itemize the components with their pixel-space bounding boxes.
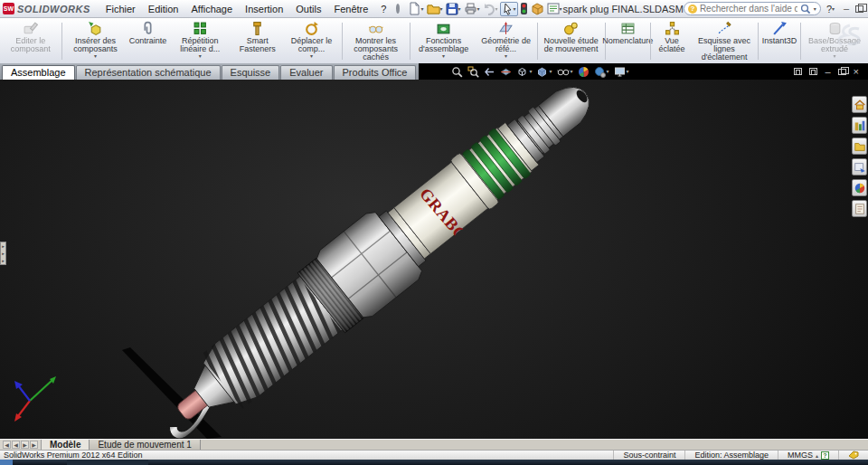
new-document-button[interactable]: ▾ (407, 2, 424, 16)
tags-button[interactable] (838, 451, 868, 460)
caret-down-icon[interactable]: ▾ (420, 6, 423, 12)
caret-down-icon[interactable]: ▾ (458, 6, 461, 12)
caret-down-icon[interactable]: ▾ (549, 69, 552, 74)
edit-component-button[interactable]: Editer le composant (1, 19, 61, 63)
menu-fichier[interactable]: Fichier (99, 2, 142, 16)
caret-down-icon[interactable]: ▾ (529, 69, 532, 74)
tab-evaluer[interactable]: Evaluer (280, 65, 332, 80)
caret-down-icon[interactable]: ▾ (571, 69, 573, 74)
caret-down-icon[interactable]: ▾ (627, 69, 629, 74)
prev-tab-button[interactable]: ◀ (12, 441, 20, 449)
caret-up-icon[interactable]: ▴ (816, 452, 818, 459)
taskbar-item-edge (67, 460, 148, 465)
select-tool-button[interactable]: ▾ (500, 2, 518, 16)
mate-button[interactable]: Contrainte (128, 19, 168, 63)
cascade-window-icon[interactable] (809, 68, 817, 75)
caret-down-icon[interactable]: ▾ (814, 6, 816, 12)
apply-scene-button[interactable]: ▾ (594, 66, 609, 78)
next-tab-button[interactable]: ▶ (21, 441, 29, 449)
doc-close-button[interactable]: × (854, 67, 859, 76)
splitter-arrow-icon[interactable]: ▸ (2, 259, 5, 263)
help-menu[interactable]: ? ▾ (826, 4, 835, 14)
menu-affichage[interactable]: Affichage (184, 2, 239, 16)
open-button[interactable]: ▾ (426, 2, 444, 16)
previous-view-button[interactable] (484, 66, 495, 78)
search-input[interactable] (700, 4, 797, 14)
appearances-scenes-button[interactable] (852, 179, 867, 196)
instant3d-button[interactable]: Instant3D (760, 19, 799, 63)
tab-esquisse[interactable]: Esquisse (222, 65, 280, 80)
units-selector[interactable]: MMGS ▴ ? (778, 451, 838, 460)
design-library-button[interactable] (852, 117, 867, 134)
save-button[interactable]: ▾ (445, 2, 462, 16)
smart-fasteners-button[interactable]: Smart Fasteners (232, 19, 283, 63)
graphics-viewport[interactable]: GRABCAD (0, 80, 868, 439)
move-component-button[interactable]: Déplacer le comp... ▾ (283, 19, 341, 63)
tab-produits-office[interactable]: Produits Office (334, 65, 417, 80)
rebuild-button[interactable] (519, 2, 529, 16)
exploded-view-button[interactable]: Vue éclatée (652, 19, 692, 63)
edition-label: SolidWorks Premium 2012 x64 Edition (0, 451, 613, 460)
show-hidden-components-button[interactable]: Montrer les composants cachés (344, 19, 409, 63)
search-commands-icon[interactable] (396, 4, 400, 14)
insert-components-button[interactable]: Insérer des composants ▾ (63, 19, 128, 63)
apply-scene-icon (594, 66, 606, 78)
file-explorer-button[interactable] (852, 138, 867, 155)
reference-geometry-button[interactable]: Géométrie de réfé... ▾ (476, 19, 536, 63)
tab-representation-schematique[interactable]: Représentation schématique (76, 65, 221, 80)
minimize-button[interactable]: – (844, 4, 849, 14)
zoom-to-area-button[interactable] (467, 66, 479, 78)
menu-insertion[interactable]: Insertion (239, 2, 289, 16)
splitter-arrow-icon[interactable]: ▸ (2, 251, 5, 256)
menu-outils[interactable]: Outils (289, 2, 327, 16)
section-view-button[interactable] (500, 66, 512, 78)
view-orientation-button[interactable]: ▾ (516, 66, 532, 78)
last-tab-button[interactable]: ▶ (30, 441, 38, 449)
caret-down-icon[interactable]: ▾ (199, 53, 202, 59)
search-icon[interactable] (800, 4, 811, 14)
menu-fenetre[interactable]: Fenêtre (327, 2, 374, 16)
doc-restore-button[interactable] (838, 69, 846, 75)
explode-line-sketch-button[interactable]: Esquisse avec lignes d'éclatement (692, 19, 757, 63)
first-tab-button[interactable]: ◀ (3, 441, 11, 449)
doc-minimize-button[interactable]: – (825, 67, 830, 76)
options-button[interactable]: ▾ (546, 2, 563, 16)
display-style-button[interactable]: ▾ (536, 66, 552, 78)
bill-of-materials-button[interactable]: Nomenclature (607, 19, 649, 63)
print-button[interactable]: ▾ (463, 2, 481, 16)
caret-down-icon[interactable]: ▾ (495, 6, 498, 12)
caret-down-icon[interactable]: ▾ (477, 6, 480, 12)
caret-down-icon[interactable]: ▾ (560, 6, 562, 12)
restore-button[interactable] (855, 5, 863, 13)
caret-down-icon[interactable]: ▾ (832, 6, 835, 12)
caret-down-icon[interactable]: ▾ (442, 53, 445, 59)
menu-edition[interactable]: Edition (142, 2, 185, 16)
help-search-box[interactable]: ? ▾ (684, 2, 821, 15)
solidworks-resources-button[interactable] (852, 96, 867, 113)
hide-show-items-button[interactable]: ▾ (557, 66, 573, 78)
tab-etude-mouvement[interactable]: Etude de mouvement 1 (90, 440, 200, 450)
feature-tree-splitter[interactable]: ▸ ▸ ▸ (0, 242, 6, 265)
splitter-arrow-icon[interactable]: ▸ (2, 244, 5, 249)
edit-appearance-button[interactable] (578, 66, 590, 78)
custom-properties-button[interactable] (852, 200, 867, 217)
view-settings-button[interactable]: ▾ (614, 66, 629, 78)
view-palette-button[interactable] (852, 158, 867, 176)
caret-down-icon[interactable]: ▾ (94, 53, 97, 59)
linear-pattern-button[interactable]: Répétition linéaire d... ▾ (168, 19, 232, 63)
menu-help[interactable]: ? (374, 2, 392, 16)
tile-window-icon[interactable] (794, 68, 802, 75)
caret-down-icon[interactable]: ▾ (505, 53, 507, 59)
zoom-to-fit-button[interactable] (451, 66, 463, 78)
quick-tips-icon[interactable]: ? (821, 451, 829, 460)
assembly-features-button[interactable]: Fonctions d'assemblage ▾ (411, 19, 476, 63)
caret-down-icon[interactable]: ▾ (514, 6, 516, 12)
caret-down-icon[interactable]: ▾ (607, 69, 609, 74)
tab-modele[interactable]: Modèle (42, 440, 90, 450)
caret-down-icon[interactable]: ▾ (310, 53, 313, 59)
undo-button[interactable]: ▾ (482, 2, 499, 16)
tab-assemblage[interactable]: Assemblage (2, 65, 75, 80)
caret-down-icon[interactable]: ▾ (440, 6, 443, 12)
file-properties-button[interactable] (530, 2, 545, 16)
new-motion-study-button[interactable]: Nouvelle étude de mouvement (539, 19, 604, 63)
